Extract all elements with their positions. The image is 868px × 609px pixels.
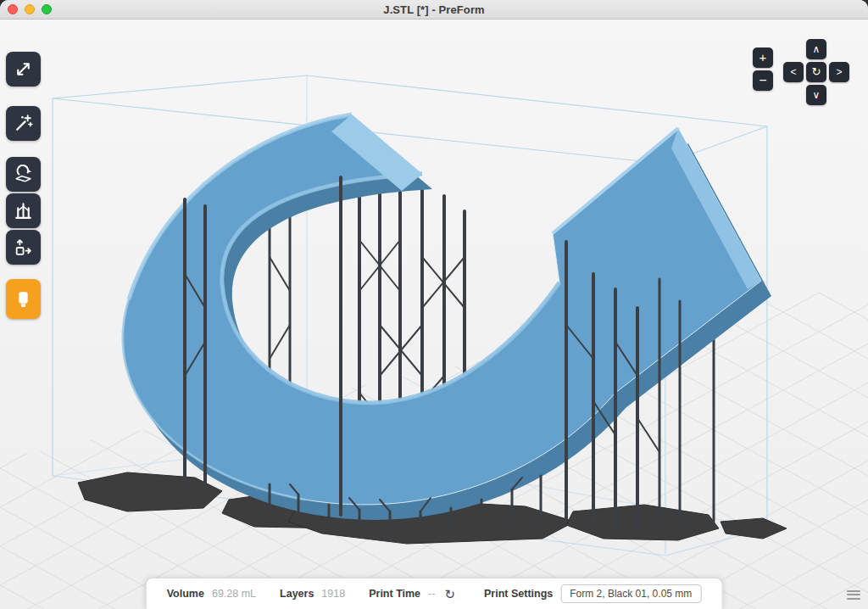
- print-time-value: --: [428, 588, 435, 600]
- layout-tool-button[interactable]: [6, 230, 41, 265]
- titlebar: J.STL [*] - PreForm: [0, 0, 868, 20]
- print-button[interactable]: [6, 279, 41, 319]
- one-click-print-button[interactable]: [6, 106, 41, 141]
- rotate-icon: [13, 164, 34, 185]
- print-time-label: Print Time: [369, 588, 420, 600]
- print-time-group: Print Time -- ↻: [369, 587, 460, 601]
- close-button[interactable]: [8, 4, 18, 14]
- zoom-in-button[interactable]: +: [753, 47, 773, 68]
- volume-value: 69.28 mL: [212, 588, 256, 600]
- volume-group: Volume 69.28 mL: [167, 588, 256, 600]
- magic-wand-icon: [13, 113, 34, 134]
- cartridge-icon: [13, 288, 34, 310]
- orientation-tool-button[interactable]: [6, 157, 41, 192]
- menu-icon[interactable]: [847, 588, 860, 601]
- layers-group: Layers 1918: [280, 588, 345, 600]
- supports-tool-button[interactable]: [6, 193, 41, 228]
- status-bar: Volume 69.28 mL Layers 1918 Print Time -…: [146, 578, 723, 609]
- pan-right-button[interactable]: >: [829, 62, 849, 82]
- layers-value: 1918: [321, 588, 345, 600]
- zoom-out-button[interactable]: −: [753, 70, 773, 91]
- pan-left-button[interactable]: <: [783, 62, 804, 82]
- print-settings-group: Print Settings Form 2, Black 01, 0.05 mm: [484, 584, 701, 603]
- layout-arrows-icon: [13, 237, 34, 258]
- traffic-lights: [8, 4, 52, 14]
- orbit-home-button[interactable]: ↻: [806, 62, 826, 82]
- scene-canvas: [0, 20, 868, 609]
- pan-down-button[interactable]: ∨: [806, 85, 826, 105]
- refresh-print-time-button[interactable]: ↻: [439, 587, 460, 601]
- viewport-3d[interactable]: + − ∧ < ↻ > ∨ Volume 69.28 mL Layers 191…: [0, 20, 868, 609]
- print-settings-label: Print Settings: [484, 588, 553, 600]
- volume-label: Volume: [167, 588, 204, 600]
- size-tool-button[interactable]: [6, 52, 41, 87]
- app-window: J.STL [*] - PreForm: [0, 0, 868, 609]
- fullscreen-button[interactable]: [42, 4, 52, 14]
- supports-lattice-icon: [13, 200, 34, 221]
- print-settings-select[interactable]: Form 2, Black 01, 0.05 mm: [560, 584, 701, 603]
- window-title: J.STL [*] - PreForm: [383, 3, 484, 16]
- pan-up-button[interactable]: ∧: [806, 39, 826, 59]
- expand-icon: [13, 59, 34, 80]
- minimize-button[interactable]: [25, 4, 35, 14]
- layers-label: Layers: [280, 588, 314, 600]
